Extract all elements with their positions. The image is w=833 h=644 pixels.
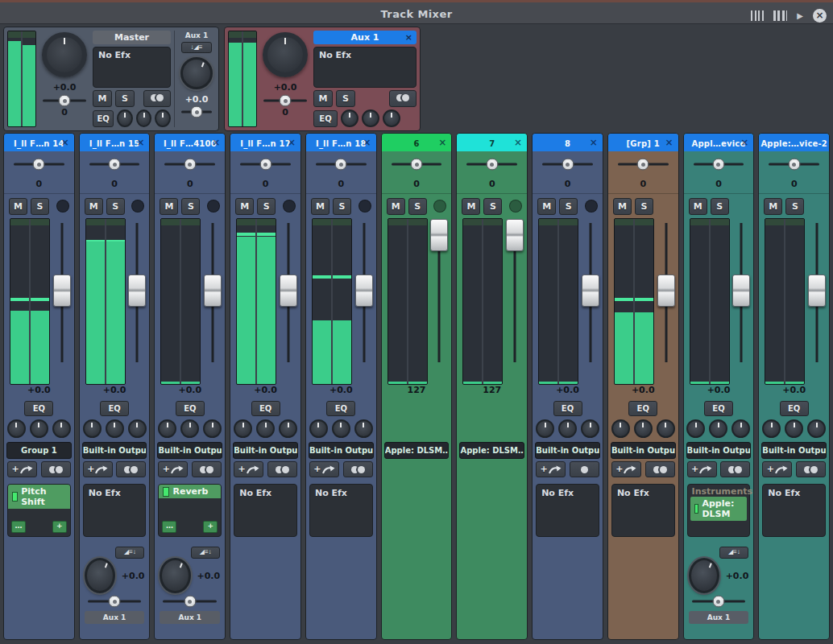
master-pan-slider[interactable]	[39, 94, 89, 107]
mute-button[interactable]: M	[387, 198, 405, 215]
channel-close-icon[interactable]: ×	[212, 134, 220, 151]
channel-header[interactable]: 8 ×	[533, 134, 603, 151]
add-send-button[interactable]: +	[309, 461, 339, 477]
mute-button[interactable]: M	[689, 198, 707, 215]
wide-meters-icon[interactable]	[773, 10, 787, 21]
channel-close-icon[interactable]: ×	[363, 134, 371, 151]
channel-close-icon[interactable]: ×	[136, 134, 144, 151]
mute-button[interactable]: M	[764, 198, 782, 215]
plugin-add-button[interactable]: +	[203, 521, 218, 533]
output-selector[interactable]: Apple: DLSM…	[384, 442, 450, 459]
channel-header[interactable]: [Grp] 1 ×	[608, 134, 678, 151]
effects-box[interactable]: No Efx	[536, 484, 599, 537]
aux-send-knob[interactable]	[689, 558, 719, 593]
eq-button[interactable]: EQ	[176, 401, 205, 416]
eq-button[interactable]: EQ	[326, 401, 355, 416]
solo-button[interactable]: S	[559, 198, 578, 215]
eq-button[interactable]: EQ	[704, 401, 733, 416]
effects-box[interactable]: No Efx	[762, 484, 826, 537]
add-send-button[interactable]: +	[7, 461, 37, 477]
eq-button[interactable]: EQ	[553, 401, 582, 416]
aux-close-icon[interactable]: ×	[405, 31, 412, 44]
stereo-mono-button[interactable]	[796, 461, 826, 477]
plugin-enabled-indicator[interactable]	[163, 487, 169, 497]
mute-button[interactable]: M	[311, 198, 329, 215]
solo-button[interactable]: S	[635, 198, 653, 215]
record-arm-indicator[interactable]	[56, 200, 69, 213]
add-send-button[interactable]: +	[687, 461, 717, 477]
aux-eq-mid-knob[interactable]	[362, 109, 379, 127]
master-gain-knob[interactable]	[42, 32, 87, 77]
eq-high-knob[interactable]	[581, 419, 599, 438]
solo-button[interactable]: S	[785, 198, 804, 215]
effects-box[interactable]: No Efx	[234, 484, 297, 537]
send-options-icon[interactable]: ◢≡↓	[719, 547, 748, 559]
add-send-button[interactable]: +	[234, 461, 263, 477]
effects-box[interactable]: No Efx	[309, 484, 373, 537]
add-send-button[interactable]: +	[611, 461, 641, 477]
volume-fader[interactable]	[730, 218, 752, 385]
fader-handle[interactable]	[732, 275, 750, 307]
plugin-row[interactable]: Reverb	[159, 485, 221, 498]
aux-effects-box[interactable]: No Efx	[313, 47, 416, 88]
output-selector[interactable]: Built-in Output	[686, 442, 752, 459]
master-name-header[interactable]: Master	[93, 31, 171, 44]
eq-button[interactable]: EQ	[24, 401, 53, 416]
channel-close-icon[interactable]: ×	[288, 134, 296, 151]
volume-fader[interactable]	[806, 218, 828, 385]
stereo-mono-button[interactable]	[267, 461, 297, 477]
aux-stereo-button[interactable]	[389, 90, 416, 107]
fader-handle[interactable]	[657, 275, 675, 307]
channel-header[interactable]: I_ll F…4100 ×	[155, 134, 225, 151]
pan-slider[interactable]	[608, 151, 678, 179]
eq-mid-knob[interactable]	[785, 419, 803, 438]
stereo-mono-button[interactable]	[41, 461, 71, 477]
add-send-button[interactable]: +	[158, 461, 188, 477]
master-effects-box[interactable]: No Efx	[93, 47, 171, 88]
record-arm-indicator[interactable]	[131, 200, 144, 213]
output-selector[interactable]: Built-in Output	[233, 442, 298, 459]
aux-eq-low-knob[interactable]	[341, 109, 358, 127]
eq-low-knob[interactable]	[611, 419, 630, 438]
output-selector[interactable]: Built-in Output	[157, 442, 222, 459]
window-close-icon[interactable]: ×	[813, 9, 827, 23]
stereo-mono-button[interactable]	[192, 461, 222, 477]
effects-box[interactable]: Pitch Shift … +	[7, 484, 71, 537]
eq-low-knob[interactable]	[536, 419, 554, 438]
eq-low-knob[interactable]	[83, 419, 102, 438]
add-send-button[interactable]: +	[762, 461, 792, 477]
pan-slider[interactable]	[155, 151, 225, 179]
channel-header[interactable]: I_ll F…n 18 ×	[306, 134, 376, 151]
solo-button[interactable]: S	[483, 198, 502, 215]
eq-low-knob[interactable]	[686, 419, 705, 438]
eq-button[interactable]: EQ	[100, 401, 129, 416]
output-selector[interactable]: Built-in Output	[535, 442, 600, 459]
pan-slider[interactable]	[230, 151, 300, 179]
eq-high-knob[interactable]	[203, 419, 222, 438]
eq-mid-knob[interactable]	[709, 419, 727, 438]
eq-mid-knob[interactable]	[634, 419, 653, 438]
eq-mid-knob[interactable]	[558, 419, 577, 438]
volume-fader[interactable]	[428, 218, 450, 385]
channel-close-icon[interactable]: ×	[590, 134, 598, 151]
aux-send-knob[interactable]	[160, 558, 190, 593]
aux-send-slider[interactable]	[85, 595, 145, 608]
solo-button[interactable]: S	[257, 198, 276, 215]
eq-low-knob[interactable]	[158, 419, 176, 438]
solo-button[interactable]: S	[711, 198, 729, 215]
plugin-row[interactable]: Apple: DLSM	[690, 497, 748, 521]
plugin-more-button[interactable]: …	[162, 521, 176, 533]
record-arm-indicator[interactable]	[585, 200, 598, 213]
aux-mute-button[interactable]: M	[313, 90, 333, 107]
fader-handle[interactable]	[808, 275, 826, 307]
channel-close-icon[interactable]: ×	[665, 134, 673, 151]
pan-slider[interactable]	[457, 151, 527, 179]
channel-header[interactable]: Apple:…vice-2 ×	[759, 134, 829, 151]
channel-header[interactable]: Appl…evice ×	[684, 134, 754, 151]
volume-fader[interactable]	[126, 218, 148, 385]
record-arm-indicator[interactable]	[433, 200, 446, 213]
channel-close-icon[interactable]: ×	[514, 134, 522, 151]
output-selector[interactable]: Built-in Output	[761, 442, 827, 459]
volume-fader[interactable]	[655, 218, 678, 385]
eq-high-knob[interactable]	[807, 419, 826, 438]
